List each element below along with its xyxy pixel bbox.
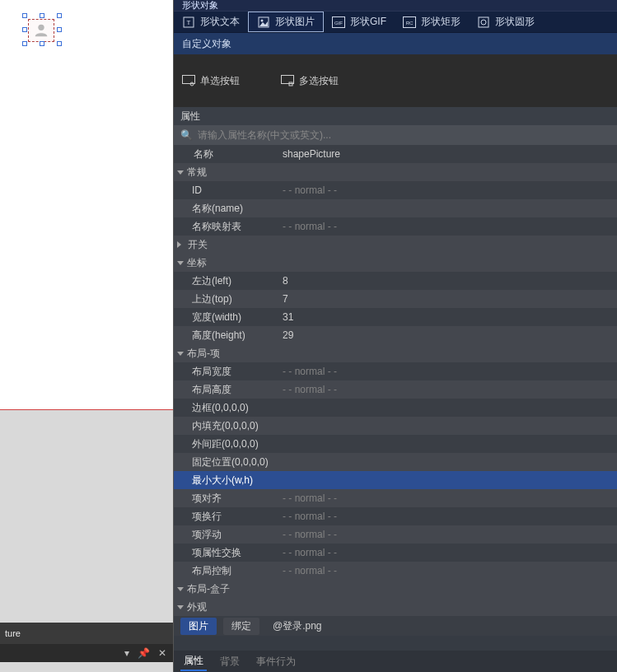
prop-fixed-label: 固定位置(0,0,0,0) <box>174 455 339 469</box>
prop-swap-label: 项属性交换 <box>174 546 273 560</box>
prop-width[interactable]: 宽度(width) 31 <box>174 308 617 326</box>
resize-handle[interactable] <box>22 27 27 32</box>
radio-button-item[interactable]: 单选按钮 <box>174 54 248 107</box>
prop-width-value[interactable]: 31 <box>273 311 617 323</box>
prop-name-en[interactable]: 名称(name) <box>174 199 617 217</box>
shape-rect[interactable]: RC 形状矩形 <box>395 12 469 32</box>
group-general[interactable]: 常规 <box>174 163 617 181</box>
prop-id-label: ID <box>174 184 273 196</box>
selected-shape[interactable] <box>22 13 62 46</box>
svg-text:GIF: GIF <box>334 21 343 26</box>
group-layout-item-label: 布局-项 <box>187 347 220 361</box>
prop-top-label: 上边(top) <box>174 292 273 306</box>
right-panel: 形状对象 T 形状文本 形状图片 GIF 形状GIF RC 形状矩形 形状圆形 … <box>174 0 617 672</box>
prop-fixed[interactable]: 固定位置(0,0,0,0) <box>174 453 617 471</box>
group-switch[interactable]: 开关 <box>174 236 617 254</box>
shape-gif-label: 形状GIF <box>350 15 386 29</box>
prop-height[interactable]: 高度(height) 29 <box>174 326 617 344</box>
chevron-down-icon <box>177 170 184 175</box>
resize-handle[interactable] <box>40 41 44 46</box>
group-appearance[interactable]: 外观 <box>174 598 617 616</box>
resize-handle[interactable] <box>57 13 62 18</box>
svg-point-0 <box>38 25 44 30</box>
properties-title: 属性 <box>180 110 200 124</box>
resize-handle[interactable] <box>22 13 27 18</box>
check-label: 多选按钮 <box>299 74 339 88</box>
prop-name-map-value: - - normal - - <box>273 221 617 232</box>
prop-wrap-label: 项换行 <box>174 510 273 524</box>
prop-height-value[interactable]: 29 <box>273 329 617 341</box>
prop-align-label: 项对齐 <box>174 492 273 506</box>
resize-handle[interactable] <box>40 13 44 18</box>
chevron-down-icon <box>177 605 184 609</box>
group-layout-item[interactable]: 布局-项 <box>174 344 617 362</box>
footer-text: ture <box>5 628 21 638</box>
prop-layout-h[interactable]: 布局高度 - - normal - - <box>174 380 617 399</box>
prop-id[interactable]: ID - - normal - - <box>174 181 617 199</box>
check-icon <box>281 74 294 87</box>
shape-image[interactable]: 形状图片 <box>248 12 324 32</box>
dropdown-icon[interactable]: ▾ <box>124 647 129 659</box>
shape-rect-label: 形状矩形 <box>421 15 460 29</box>
resize-handle[interactable] <box>57 41 62 46</box>
group-layout-box[interactable]: 布局-盒子 <box>174 580 617 598</box>
prop-top[interactable]: 上边(top) 7 <box>174 290 617 308</box>
prop-layout-w[interactable]: 布局宽度 - - normal - - <box>174 362 617 380</box>
tab-properties[interactable]: 属性 <box>180 652 207 671</box>
property-list: 名称 shapePicture 常规 ID - - normal - - 名称(… <box>174 145 617 651</box>
picture-tab[interactable]: 图片 <box>180 618 217 635</box>
prop-swap[interactable]: 项属性交换 - - normal - - <box>174 544 617 562</box>
prop-name-label: 名称 <box>174 147 273 161</box>
prop-wrap[interactable]: 项换行 - - normal - - <box>174 507 617 525</box>
prop-left-value[interactable]: 8 <box>273 275 617 287</box>
pin-icon[interactable]: 📌 <box>138 647 150 659</box>
shape-gif[interactable]: GIF 形状GIF <box>324 12 395 32</box>
prop-layout-w-label: 布局宽度 <box>174 365 273 379</box>
chevron-down-icon <box>177 352 184 356</box>
image-bind-row[interactable]: 图片 绑定 @登录.png <box>174 616 617 636</box>
chevron-down-icon <box>177 261 184 265</box>
prop-name[interactable]: 名称 shapePicture <box>174 145 617 163</box>
shape-row: T 形状文本 形状图片 GIF 形状GIF RC 形状矩形 形状圆形 <box>174 12 617 33</box>
search-input[interactable] <box>198 129 610 141</box>
prop-width-label: 宽度(width) <box>174 310 273 324</box>
group-appearance-label: 外观 <box>187 600 207 614</box>
prop-layout-h-value: - - normal - - <box>273 384 617 395</box>
close-icon[interactable]: ✕ <box>158 647 166 659</box>
prop-min-size-label: 最小大小(w,h) <box>174 474 339 488</box>
custom-object-header: 自定义对象 <box>174 33 617 54</box>
prop-min-size[interactable]: 最小大小(w,h) <box>174 471 617 489</box>
prop-name-map-label: 名称映射表 <box>174 220 273 234</box>
prop-name-value: shapePicture <box>273 148 617 160</box>
prop-left[interactable]: 左边(left) 8 <box>174 272 617 290</box>
shape-circle[interactable]: 形状圆形 <box>469 12 543 32</box>
radio-label: 单选按钮 <box>200 74 240 88</box>
rect-icon: RC <box>403 16 416 29</box>
tab-events[interactable]: 事件行为 <box>253 653 299 670</box>
prop-float-value: - - normal - - <box>273 529 617 540</box>
prop-name-map[interactable]: 名称映射表 - - normal - - <box>174 217 617 236</box>
checkbox-button-item[interactable]: 多选按钮 <box>273 54 347 107</box>
prop-border[interactable]: 边框(0,0,0,0) <box>174 399 617 417</box>
resize-handle[interactable] <box>22 41 27 46</box>
prop-margin[interactable]: 外间距(0,0,0,0) <box>174 435 617 453</box>
shape-text[interactable]: T 形状文本 <box>174 12 248 32</box>
shape-text-label: 形状文本 <box>200 15 240 29</box>
search-row[interactable]: 🔍 <box>174 125 617 145</box>
prop-align-value: - - normal - - <box>273 492 617 504</box>
prop-layout-ctrl[interactable]: 布局控制 - - normal - - <box>174 562 617 580</box>
tab-background[interactable]: 背景 <box>217 653 243 670</box>
group-coord[interactable]: 坐标 <box>174 254 617 272</box>
bind-tab[interactable]: 绑定 <box>223 618 259 635</box>
canvas-area[interactable]: ture ▾ 📌 ✕ <box>0 0 174 672</box>
text-icon: T <box>182 16 195 29</box>
resize-handle[interactable] <box>57 27 62 32</box>
shape-circle-label: 形状圆形 <box>495 15 535 29</box>
prop-align[interactable]: 项对齐 - - normal - - <box>174 489 617 507</box>
group-coord-label: 坐标 <box>187 256 207 270</box>
prop-padding[interactable]: 内填充(0,0,0,0) <box>174 417 617 435</box>
chevron-down-icon <box>177 587 184 591</box>
prop-float[interactable]: 项浮动 - - normal - - <box>174 525 617 544</box>
shape-object-label: 形状对象 <box>182 0 218 12</box>
prop-top-value[interactable]: 7 <box>273 293 617 305</box>
